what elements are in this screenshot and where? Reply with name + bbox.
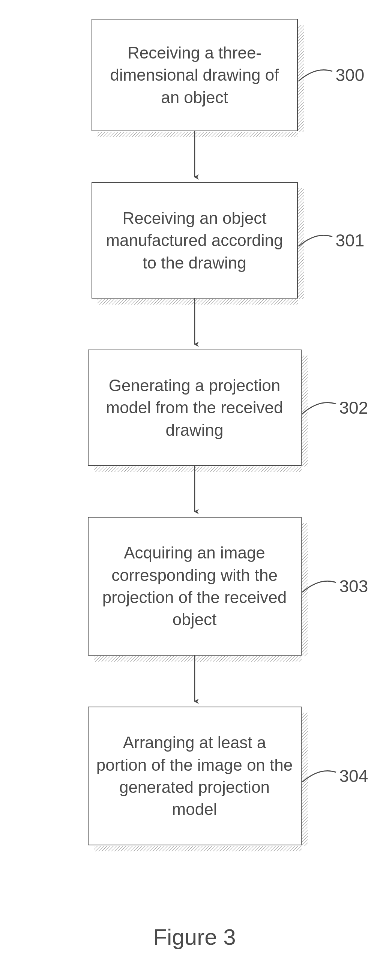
step-text: Generating a projection model from the r… [96, 374, 293, 441]
arrow-down-icon [194, 299, 196, 350]
arrow-down-icon [194, 131, 196, 182]
step-label: 301 [298, 230, 365, 251]
step-3: Acquiring an image corresponding with th… [88, 517, 301, 655]
step-label: 303 [301, 576, 368, 596]
step-ref: 302 [340, 398, 368, 418]
step-text: Receiving an object manufactured accordi… [100, 207, 290, 274]
arrow-1-2 [194, 299, 196, 350]
figure-title: Figure 3 [0, 924, 389, 950]
step-box: Receiving a three-dimensional drawing of… [91, 19, 298, 131]
step-label: 304 [301, 766, 368, 786]
step-box: Receiving an object manufactured accordi… [91, 182, 298, 299]
step-label: 300 [298, 65, 365, 85]
step-ref: 303 [340, 576, 368, 596]
arrow-2-3 [194, 466, 196, 517]
arrow-3-4 [194, 655, 196, 706]
step-4: Arranging at least a portion of the imag… [88, 706, 301, 845]
step-text: Receiving a three-dimensional drawing of… [100, 41, 290, 108]
step-box: Arranging at least a portion of the imag… [88, 706, 301, 845]
flowchart: Receiving a three-dimensional drawing of… [0, 0, 389, 845]
step-text: Arranging at least a portion of the imag… [96, 731, 293, 821]
arrow-down-icon [194, 655, 196, 706]
arrow-down-icon [194, 466, 196, 517]
step-0: Receiving a three-dimensional drawing of… [91, 19, 298, 131]
arrow-0-1 [194, 131, 196, 182]
step-box: Acquiring an image corresponding with th… [88, 517, 301, 655]
step-text: Acquiring an image corresponding with th… [96, 542, 293, 631]
step-ref: 301 [336, 230, 365, 251]
step-ref: 304 [340, 766, 368, 786]
step-box: Generating a projection model from the r… [88, 350, 301, 466]
step-label: 302 [301, 398, 368, 418]
step-ref: 300 [336, 65, 365, 85]
step-1: Receiving an object manufactured accordi… [91, 182, 298, 299]
step-2: Generating a projection model from the r… [88, 350, 301, 466]
